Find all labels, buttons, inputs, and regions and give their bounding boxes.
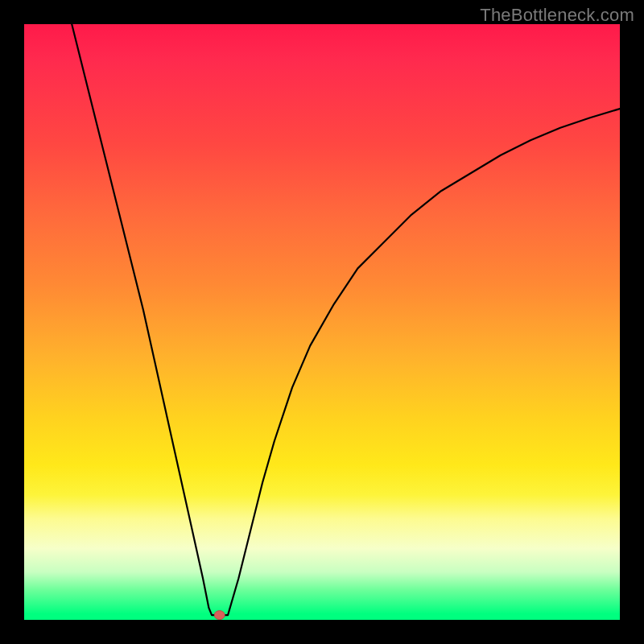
optimal-point-marker <box>214 611 225 620</box>
bottleneck-curve <box>72 24 620 615</box>
plot-area <box>24 24 620 620</box>
chart-svg <box>24 24 620 620</box>
chart-frame: TheBottleneck.com <box>0 0 644 644</box>
watermark-text: TheBottleneck.com <box>480 5 634 26</box>
